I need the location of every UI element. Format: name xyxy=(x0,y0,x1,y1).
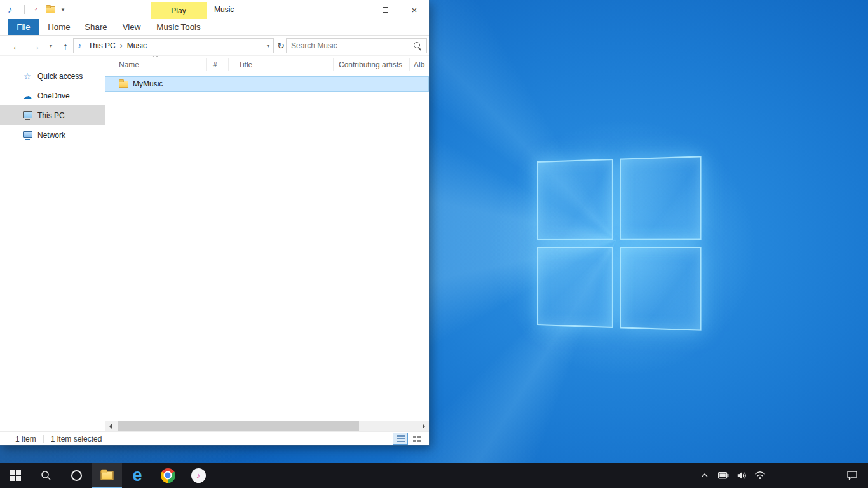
breadcrumb-this-pc[interactable]: This PC xyxy=(84,39,120,53)
sidebar-item-network[interactable]: Network xyxy=(0,125,105,145)
chrome-icon xyxy=(161,468,175,483)
maximize-icon xyxy=(383,7,388,13)
windows-logo-pane xyxy=(620,156,701,240)
file-list[interactable]: MyMusic xyxy=(105,74,429,421)
file-row-mymusic[interactable]: MyMusic xyxy=(105,76,429,92)
ribbon-tab-bar: File Home Share View Music Tools xyxy=(0,19,429,36)
refresh-button[interactable]: ↻ xyxy=(275,36,287,56)
column-header-contributing-artists[interactable]: Contributing artists xyxy=(334,58,410,71)
close-icon: × xyxy=(412,5,417,15)
cortana-button[interactable] xyxy=(61,463,92,488)
contextual-tab-header[interactable]: Play xyxy=(151,2,207,19)
horizontal-scrollbar[interactable] xyxy=(105,421,429,431)
location-music-icon: ♪ xyxy=(78,41,81,50)
minimize-button[interactable] xyxy=(341,0,370,19)
windows-logo-pane xyxy=(537,159,613,240)
column-header-album[interactable]: Alb xyxy=(410,58,429,71)
qat-separator xyxy=(24,5,25,14)
scroll-left-icon xyxy=(107,424,112,429)
speaker-icon xyxy=(737,471,746,480)
search-input[interactable] xyxy=(291,41,413,50)
taskbar-chrome-button[interactable] xyxy=(153,463,183,488)
column-header-title[interactable]: Title xyxy=(229,58,334,71)
start-button[interactable] xyxy=(0,463,31,488)
file-explorer-icon xyxy=(100,471,113,480)
view-toggles xyxy=(393,433,424,445)
tab-view[interactable]: View xyxy=(118,19,146,35)
qat-new-folder-button[interactable] xyxy=(44,4,56,15)
battery-tray-button[interactable] xyxy=(715,463,731,488)
address-dropdown-icon[interactable]: ▾ xyxy=(267,43,269,49)
qat-customize-dropdown[interactable]: ▾ xyxy=(57,4,69,15)
search-icon xyxy=(413,41,422,50)
navigation-pane: ☆ Quick access ☁ OneDrive This PC Networ… xyxy=(0,56,105,431)
new-folder-icon xyxy=(46,6,55,13)
wifi-icon xyxy=(754,471,766,480)
recent-locations-dropdown[interactable]: ▾ xyxy=(46,36,56,56)
window-title: Music xyxy=(214,0,234,19)
desktop: ♪ ✓ ▾ Play Music × File Home Share View … xyxy=(0,0,868,488)
windows-logo-icon xyxy=(10,470,21,481)
large-icons-view-button[interactable] xyxy=(409,433,424,445)
sidebar-item-label: This PC xyxy=(37,111,65,120)
show-hidden-icons-button[interactable] xyxy=(697,463,712,488)
system-tray xyxy=(697,463,768,488)
back-button[interactable]: ← xyxy=(9,36,24,56)
address-bar[interactable]: ♪ This PC › Music ▾ xyxy=(73,38,274,53)
sidebar-item-this-pc[interactable]: This PC xyxy=(0,105,105,125)
folder-icon xyxy=(119,81,128,88)
close-button[interactable]: × xyxy=(400,0,429,19)
window-body: ☆ Quick access ☁ OneDrive This PC Networ… xyxy=(0,56,429,431)
volume-tray-button[interactable] xyxy=(734,463,749,488)
windows-logo xyxy=(537,156,702,330)
action-center-button[interactable] xyxy=(841,463,863,488)
maximize-button[interactable] xyxy=(370,0,400,19)
taskbar-search-button[interactable] xyxy=(31,463,61,488)
status-divider xyxy=(43,435,44,443)
tab-file[interactable]: File xyxy=(8,19,39,35)
sidebar-item-quick-access[interactable]: ☆ Quick access xyxy=(0,66,105,86)
edge-icon: e xyxy=(132,468,142,483)
battery-icon xyxy=(718,472,729,479)
window-controls: × xyxy=(341,0,429,19)
action-center-icon xyxy=(846,470,858,480)
chevron-up-icon xyxy=(701,473,709,478)
column-headers: Name # Title Contributing artists Alb xyxy=(105,56,429,74)
forward-button[interactable]: → xyxy=(28,36,43,56)
column-header-name[interactable]: Name xyxy=(105,58,207,71)
sidebar-item-onedrive[interactable]: ☁ OneDrive xyxy=(0,86,105,105)
sidebar-item-label: OneDrive xyxy=(37,92,70,100)
scroll-right-button[interactable] xyxy=(418,421,429,431)
qat-properties-button[interactable]: ✓ xyxy=(31,4,42,15)
search-box[interactable] xyxy=(286,38,427,53)
network-tray-button[interactable] xyxy=(752,463,768,488)
network-icon xyxy=(22,133,33,138)
breadcrumb-music[interactable]: Music xyxy=(123,39,151,53)
file-list-pane: Name # Title Contributing artists Alb xyxy=(105,56,429,431)
tab-home[interactable]: Home xyxy=(44,19,74,35)
properties-icon: ✓ xyxy=(34,6,39,13)
large-icons-view-icon xyxy=(413,436,421,442)
column-header-number[interactable]: # xyxy=(207,58,229,71)
circle-icon xyxy=(71,470,82,481)
music-note-icon: ♪ xyxy=(8,4,13,14)
scrollbar-thumb[interactable] xyxy=(118,421,359,431)
taskbar-itunes-button[interactable]: ♪ xyxy=(183,463,214,488)
scroll-left-button[interactable] xyxy=(105,421,116,431)
tab-music-tools[interactable]: Music Tools xyxy=(151,19,207,35)
taskbar-file-explorer-button[interactable] xyxy=(92,463,122,488)
star-icon: ☆ xyxy=(22,71,33,81)
status-bar: 1 item 1 item selected xyxy=(0,431,429,445)
search-icon xyxy=(41,470,51,481)
itunes-icon: ♪ xyxy=(191,468,206,483)
windows-logo-pane xyxy=(620,247,701,331)
item-count: 1 item xyxy=(15,435,36,444)
tab-share[interactable]: Share xyxy=(81,19,111,35)
file-explorer-window: ♪ ✓ ▾ Play Music × File Home Share View … xyxy=(0,0,429,445)
title-bar[interactable]: ♪ ✓ ▾ Play Music × xyxy=(0,0,429,19)
computer-icon xyxy=(22,113,33,118)
details-view-button[interactable] xyxy=(393,433,408,445)
minimize-icon xyxy=(353,10,359,10)
up-button[interactable]: ↑ xyxy=(58,36,72,56)
taskbar-edge-button[interactable]: e xyxy=(122,463,153,488)
